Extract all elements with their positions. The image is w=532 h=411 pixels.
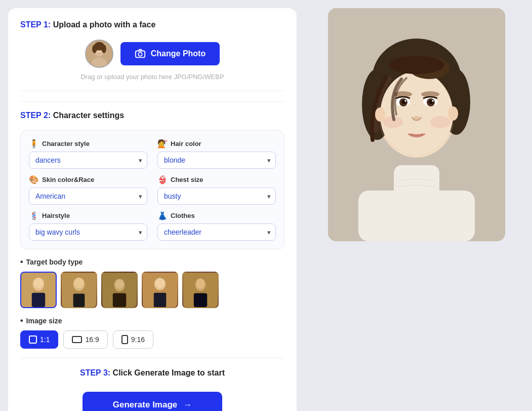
- character-style-select-wrapper: dancers model casual: [29, 152, 147, 169]
- skin-race-label: 🎨 Skin color&Race: [29, 175, 147, 184]
- clothes-label: 👗 Clothes: [157, 211, 276, 220]
- hair-color-group: 💇 Hair color blonde brunette black: [157, 139, 276, 169]
- size-btn-16-9[interactable]: 16:9: [63, 330, 107, 349]
- upload-area: Change Photo Drag or upload your photo h…: [20, 40, 284, 91]
- chest-size-select-wrapper: busty small medium: [157, 188, 276, 205]
- size-16-9-label: 16:9: [85, 335, 99, 344]
- svg-point-42: [380, 71, 453, 158]
- svg-point-18: [74, 278, 84, 288]
- step1-title: STEP 1: Upload a photo with a face: [20, 20, 284, 29]
- drag-text: Drag or upload your photo here JPG/PNG/W…: [80, 73, 224, 81]
- clothes-icon: 👗: [157, 211, 168, 220]
- svg-rect-33: [122, 335, 128, 344]
- step3-section: STEP 3: Click Generate Image to start Ge…: [20, 368, 284, 411]
- hairstyle-label: 💈 Hairstyle: [29, 211, 147, 220]
- svg-point-56: [375, 107, 385, 122]
- svg-point-52: [432, 100, 434, 102]
- arrow-icon: →: [183, 400, 192, 410]
- settings-grid: 🧍 Character style dancers model casual: [29, 139, 276, 241]
- body-thumb-5[interactable]: [182, 272, 219, 308]
- generate-label: Generate Image: [113, 400, 178, 410]
- hairstyle-select[interactable]: big wavy curls straight ponytail: [29, 223, 147, 241]
- size-options: 1:1 16:9 9:16: [20, 330, 284, 349]
- page-wrapper: STEP 1: Upload a photo with a face: [8, 8, 524, 411]
- svg-point-51: [404, 100, 406, 102]
- body-thumb-2[interactable]: [61, 272, 97, 308]
- result-portrait-svg: [328, 8, 505, 241]
- skin-race-select[interactable]: American Asian European: [29, 188, 147, 205]
- hair-color-label: 💇 Hair color: [157, 139, 276, 148]
- character-style-group: 🧍 Character style dancers model casual: [29, 139, 147, 169]
- hairstyle-select-wrapper: big wavy curls straight ponytail: [29, 223, 147, 241]
- svg-point-30: [196, 279, 205, 288]
- skin-icon: 🎨: [29, 175, 39, 184]
- size-1-1-label: 1:1: [40, 335, 50, 344]
- step2-label: STEP 2:: [20, 111, 51, 120]
- clothes-select[interactable]: cheerleader casual formal: [157, 223, 276, 241]
- size-1-1-icon: [29, 335, 37, 344]
- svg-rect-32: [72, 337, 81, 343]
- hairstyle-icon: 💈: [29, 211, 39, 220]
- size-btn-9-16[interactable]: 9:16: [113, 330, 153, 349]
- svg-rect-29: [194, 293, 207, 307]
- body-thumb-3[interactable]: [101, 272, 138, 308]
- change-photo-label: Change Photo: [151, 49, 206, 58]
- skin-race-group: 🎨 Skin color&Race American Asian Europea…: [29, 175, 147, 205]
- svg-point-22: [115, 279, 124, 289]
- svg-rect-37: [394, 165, 439, 201]
- svg-point-26: [155, 278, 165, 288]
- size-9-16-icon: [121, 335, 128, 344]
- body-type-section: Target body type: [20, 257, 284, 308]
- image-size-title: Image size: [20, 316, 284, 325]
- body-thumb-4[interactable]: [142, 272, 178, 308]
- body-thumb-1[interactable]: [20, 272, 57, 308]
- clothes-select-wrapper: cheerleader casual formal: [157, 223, 276, 241]
- chest-size-group: 👙 Chest size busty small medium: [157, 175, 276, 205]
- svg-point-8: [101, 45, 106, 53]
- result-image: [328, 8, 505, 241]
- character-icon: 🧍: [29, 139, 39, 148]
- avatar: [85, 40, 113, 68]
- character-style-label: 🧍 Character style: [29, 139, 147, 148]
- chest-icon: 👙: [157, 175, 168, 184]
- step1-label: STEP 1:: [20, 20, 51, 29]
- left-panel: STEP 1: Upload a photo with a face: [8, 8, 297, 411]
- chest-size-label: 👙 Chest size: [157, 175, 276, 184]
- generate-button[interactable]: Generate Image →: [83, 392, 223, 411]
- settings-box: 🧍 Character style dancers model casual: [20, 130, 284, 249]
- step2-text: Character settings: [53, 111, 125, 120]
- svg-rect-25: [154, 293, 167, 307]
- hair-color-select-wrapper: blonde brunette black: [157, 152, 276, 169]
- svg-point-10: [138, 52, 142, 56]
- character-style-select[interactable]: dancers model casual: [29, 152, 147, 169]
- image-size-section: Image size 1:1 16:9: [20, 316, 284, 349]
- clothes-group: 👗 Clothes cheerleader casual formal: [157, 211, 276, 241]
- body-thumbs: [20, 272, 284, 308]
- svg-rect-21: [113, 293, 126, 307]
- svg-rect-17: [73, 294, 85, 307]
- change-photo-button[interactable]: Change Photo: [120, 42, 220, 65]
- step3-title: STEP 3: Click Generate Image to start: [20, 368, 284, 378]
- step1-text: Upload a photo with a face: [53, 20, 156, 29]
- right-panel: [309, 8, 524, 411]
- svg-rect-13: [32, 293, 45, 307]
- upload-row: Change Photo: [85, 40, 220, 68]
- size-9-16-label: 9:16: [131, 335, 145, 344]
- step3-text: Click Generate Image to start: [113, 368, 225, 377]
- avatar-svg: [86, 40, 112, 68]
- hairstyle-group: 💈 Hairstyle big wavy curls straight pony…: [29, 211, 147, 241]
- camera-icon: [135, 48, 146, 59]
- hair-icon: 💇: [157, 139, 168, 148]
- svg-point-14: [34, 278, 44, 288]
- svg-point-59: [389, 56, 444, 74]
- svg-point-7: [92, 45, 97, 53]
- step3-label: STEP 3:: [80, 368, 110, 377]
- svg-point-55: [430, 116, 451, 128]
- size-btn-1-1[interactable]: 1:1: [20, 330, 58, 349]
- svg-rect-31: [29, 336, 36, 343]
- chest-size-select[interactable]: busty small medium: [157, 188, 276, 205]
- svg-point-57: [448, 106, 458, 121]
- step2-title: STEP 2: Character settings: [20, 111, 284, 120]
- hair-color-select[interactable]: blonde brunette black: [157, 152, 276, 169]
- skin-race-select-wrapper: American Asian European: [29, 188, 147, 205]
